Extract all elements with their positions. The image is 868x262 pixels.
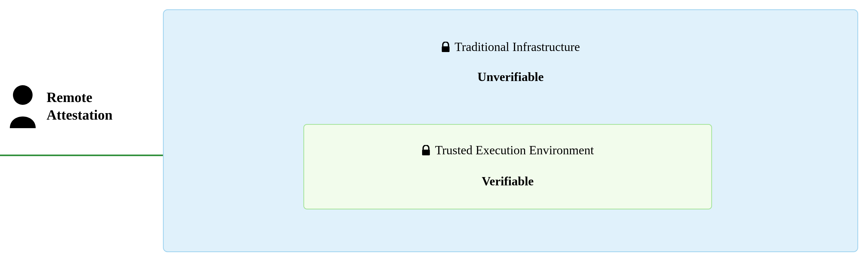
tee-box: Trusted Execution Environment Verifiable [303, 124, 712, 209]
outer-status: Unverifiable [164, 70, 858, 84]
outer-title-row: Traditional Infrastructure [164, 39, 858, 54]
user-label-line2: Attestation [46, 107, 113, 123]
lock-icon [422, 145, 430, 156]
user-icon [7, 84, 38, 129]
svg-rect-2 [442, 46, 450, 52]
traditional-infrastructure-box: Traditional Infrastructure Unverifiable … [163, 9, 858, 252]
inner-status: Verifiable [304, 174, 711, 188]
user-label-line1: Remote [46, 90, 92, 105]
user-label: Remote Attestation [46, 89, 113, 124]
inner-title-text: Trusted Execution Environment [435, 143, 594, 157]
svg-point-0 [13, 85, 33, 105]
inner-title-row: Trusted Execution Environment [304, 143, 711, 157]
outer-title-text: Traditional Infrastructure [455, 40, 580, 54]
svg-rect-3 [422, 150, 430, 155]
lock-icon [441, 42, 450, 53]
